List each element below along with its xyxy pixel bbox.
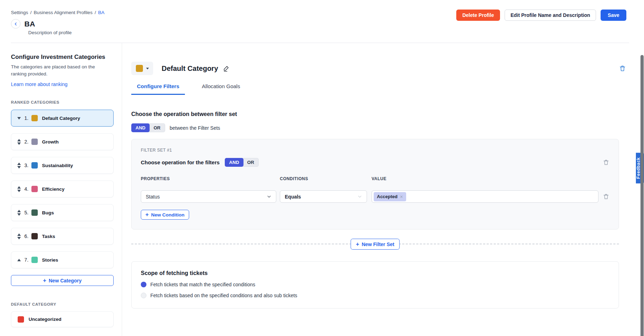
plus-icon: + (356, 242, 359, 247)
profile-description: Description of profile (28, 30, 644, 35)
filter-set-operation-heading: Choose the operation between filter set (131, 111, 626, 117)
condition-select[interactable]: Equals (280, 190, 367, 203)
move-up-icon[interactable] (17, 163, 21, 165)
value-multiselect[interactable]: Accepted × (372, 190, 598, 203)
category-item-uncategorized[interactable]: Uncategorized (11, 311, 114, 327)
breadcrumb-settings[interactable]: Settings (11, 10, 28, 15)
page-header: Settings / Business Alignment Profiles /… (0, 0, 644, 43)
move-down-icon[interactable] (17, 213, 21, 216)
category-label: Tasks (42, 234, 55, 239)
edit-category-name-icon[interactable] (223, 65, 230, 72)
column-header-value: VALUE (372, 176, 598, 181)
back-button[interactable] (11, 19, 20, 29)
new-condition-button[interactable]: + New Condition (141, 210, 189, 220)
move-up-icon[interactable] (17, 259, 21, 261)
ranked-categories-label: RANKED CATEGORIES (11, 100, 114, 104)
move-up-icon[interactable] (17, 186, 21, 189)
filter-set-card: FILTER SET #1 Choose operation for the f… (131, 139, 619, 230)
condition-select-value: Equals (285, 194, 301, 200)
filter-set-divider: + New Filter Set (131, 244, 619, 244)
breadcrumb-separator: / (30, 10, 32, 15)
ranked-category-list: 1. Default Category 2. Growth 3. (11, 110, 114, 268)
category-rank: 3. (24, 163, 30, 168)
remove-value-icon[interactable]: × (400, 194, 403, 200)
category-label: Stories (42, 257, 58, 263)
new-category-label: New Category (49, 278, 82, 283)
delete-filter-set-icon[interactable] (603, 159, 609, 166)
move-down-icon[interactable] (17, 166, 21, 169)
chevron-down-icon (357, 194, 362, 199)
breadcrumb-current: BA (98, 10, 104, 15)
category-label: Efficiency (42, 187, 65, 192)
move-down-icon[interactable] (17, 142, 21, 145)
or-toggle[interactable]: OR (149, 123, 165, 132)
reorder-arrows (17, 186, 21, 192)
move-down-icon[interactable] (17, 190, 21, 192)
scope-option-match-conditions[interactable]: Fetch tickets that match the specified c… (141, 282, 609, 287)
category-color-swatch (31, 162, 38, 169)
value-chip-label: Accepted (377, 194, 398, 199)
category-label: Uncategorized (29, 317, 61, 322)
radio-unselected-icon[interactable] (141, 293, 146, 298)
delete-category-icon[interactable] (619, 65, 626, 72)
tab-configure-filters[interactable]: Configure Filters (131, 83, 185, 95)
category-label: Sustainability (42, 163, 73, 168)
category-item-growth[interactable]: 2. Growth (11, 133, 114, 150)
sidebar-subtitle: The categories are placed based on the r… (11, 63, 97, 77)
new-filter-set-label: New Filter Set (362, 242, 395, 247)
column-header-properties: PROPERTIES (141, 176, 276, 181)
delete-profile-button[interactable]: Delete Profile (456, 10, 500, 21)
category-rank: 7. (24, 257, 30, 263)
and-toggle[interactable]: AND (225, 158, 243, 167)
new-filter-set-button[interactable]: + New Filter Set (351, 239, 400, 250)
arrow-left-icon (13, 22, 18, 26)
save-button[interactable]: Save (601, 10, 626, 21)
reorder-arrows (17, 163, 21, 169)
scope-option-label: Fetch tickets that match the specified c… (150, 282, 255, 287)
reorder-arrows (17, 233, 21, 239)
plus-icon: + (145, 212, 149, 218)
move-up-icon[interactable] (17, 210, 21, 212)
category-color-dropdown[interactable] (131, 62, 153, 75)
radio-selected-icon[interactable] (141, 282, 146, 287)
learn-more-ranking-link[interactable]: Learn more about ranking (11, 81, 67, 87)
property-select[interactable]: Status (141, 190, 276, 203)
scope-option-include-sub-tickets[interactable]: Fetch tickets based on the specified con… (141, 293, 609, 298)
new-category-button[interactable]: + New Category (11, 275, 114, 286)
filter-set-label: FILTER SET #1 (141, 148, 609, 153)
category-title: Default Category (162, 65, 218, 73)
reorder-arrows (17, 139, 21, 145)
category-item-stories[interactable]: 7. Stories (11, 251, 114, 268)
breadcrumb-profiles[interactable]: Business Alignment Profiles (34, 10, 93, 15)
filter-column-headers: PROPERTIES CONDITIONS VALUE (141, 176, 609, 181)
filter-condition-row: Status Equals Accepted × (141, 190, 609, 203)
edit-profile-button[interactable]: Edit Profile Name and Description (505, 10, 596, 21)
move-up-icon[interactable] (17, 139, 21, 141)
vertical-scrollbar[interactable] (640, 55, 644, 336)
move-down-icon[interactable] (17, 117, 21, 120)
tab-allocation-goals[interactable]: Allocation Goals (196, 83, 246, 95)
plus-icon: + (43, 278, 46, 283)
and-toggle[interactable]: AND (131, 123, 150, 132)
or-toggle[interactable]: OR (242, 158, 259, 167)
move-up-icon[interactable] (17, 233, 21, 236)
category-color-swatch (31, 209, 38, 216)
sidebar-title: Configure Investment Categories (11, 54, 114, 61)
scope-card: Scope of fetching tickets Fetch tickets … (131, 261, 619, 308)
caret-down-icon (146, 68, 149, 69)
property-select-value: Status (146, 194, 160, 200)
delete-condition-icon[interactable] (603, 193, 609, 200)
category-color-swatch (31, 233, 38, 239)
category-item-default-category[interactable]: 1. Default Category (11, 110, 114, 127)
category-item-bugs[interactable]: 5. Bugs (11, 204, 114, 221)
value-chip-accepted: Accepted × (374, 192, 406, 201)
column-header-conditions: CONDITIONS (280, 176, 367, 181)
category-item-efficiency[interactable]: 4. Efficiency (11, 181, 114, 197)
move-down-icon[interactable] (17, 237, 21, 239)
category-rank: 4. (24, 186, 30, 192)
scope-heading: Scope of fetching tickets (141, 270, 609, 276)
category-item-tasks[interactable]: 6. Tasks (11, 228, 114, 245)
category-tabs: Configure Filters Allocation Goals (131, 83, 626, 95)
category-item-sustainability[interactable]: 3. Sustainability (11, 157, 114, 174)
category-color-swatch (136, 65, 143, 72)
